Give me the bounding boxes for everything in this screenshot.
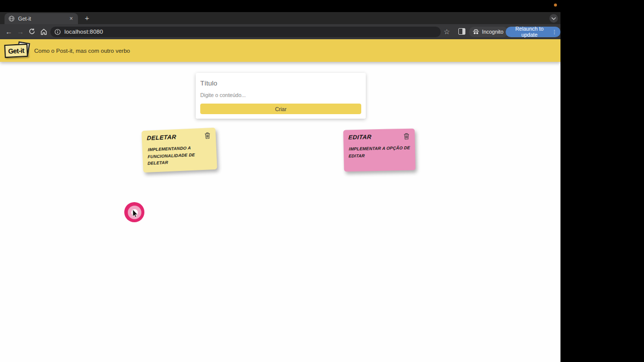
incognito-icon [472, 29, 479, 35]
screen: Get-it × + ← → [0, 0, 644, 362]
new-tab-icon[interactable]: + [83, 14, 92, 23]
trash-icon[interactable] [204, 132, 211, 139]
relaunch-to-update-button[interactable]: Relaunch to update ⋮ [506, 27, 560, 37]
site-info-icon[interactable] [54, 29, 61, 35]
sticky-note-deletar[interactable]: DELETAR IMPLEMENTANDO A FUNCIONALIDADE D… [141, 128, 217, 172]
note-content: IMPLEMENTANDO A FUNCIONALIDADE DE DELETA… [147, 144, 212, 167]
tab-get-it[interactable]: Get-it × [5, 13, 78, 24]
browser-window: Get-it × + ← → [0, 12, 560, 362]
back-icon[interactable]: ← [3, 26, 15, 37]
more-menu-icon[interactable]: ⋮ [551, 29, 558, 35]
address-bar[interactable]: localhost:8080 [50, 27, 441, 37]
incognito-badge: Incognito [469, 27, 508, 37]
home-icon[interactable] [38, 26, 49, 37]
note-header: DELETAR [147, 132, 211, 142]
app-tagline: Como o Post-it, mas com outro verbo [34, 48, 130, 54]
tab-favicon-globe-icon [9, 16, 15, 22]
chevron-down-icon [551, 17, 556, 20]
note-title: EDITAR [348, 133, 372, 141]
create-note-button[interactable]: Criar [200, 104, 361, 114]
app-logo: Get-it [5, 43, 30, 59]
sticky-note-editar[interactable]: EDITAR IMPLEMENTAR A OPÇÃO DE EDITAR [343, 129, 416, 172]
bookmark-star-icon[interactable]: ☆ [442, 26, 452, 37]
recording-indicator-dot [554, 4, 557, 7]
note-title-input[interactable] [200, 77, 361, 89]
mouse-cursor-icon [132, 209, 138, 218]
logo-text: Get-it [4, 44, 28, 58]
note-title: DELETAR [147, 133, 177, 142]
note-content: IMPLEMENTAR A OPÇÃO DE EDITAR [348, 145, 410, 160]
tab-close-icon[interactable]: × [68, 15, 74, 22]
tab-strip: Get-it × + [0, 12, 560, 24]
url-text: localhost:8080 [64, 29, 103, 35]
side-panel-icon[interactable] [458, 28, 465, 35]
note-content-input[interactable] [200, 90, 361, 100]
relaunch-label: Relaunch to update [511, 26, 548, 38]
create-note-form: Criar [196, 73, 366, 119]
app-header: Get-it Como o Post-it, mas com outro ver… [0, 39, 560, 62]
tab-title: Get-it [18, 16, 68, 22]
incognito-label: Incognito [482, 29, 504, 35]
tab-search-button[interactable] [549, 14, 558, 23]
browser-toolbar: ← → localhost:8080 [0, 24, 560, 39]
note-header: EDITAR [348, 133, 410, 141]
forward-icon[interactable]: → [15, 26, 26, 37]
trash-icon[interactable] [403, 133, 410, 140]
page-content: Criar DELETAR IMPLEMENTANDO A FUNCIONALI… [0, 62, 560, 362]
reload-icon[interactable] [26, 26, 38, 37]
